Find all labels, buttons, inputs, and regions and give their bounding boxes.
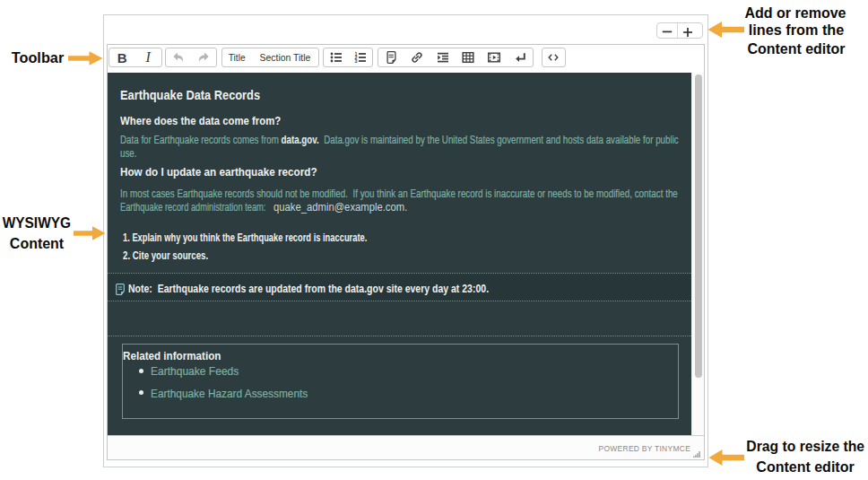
svg-text:3: 3 [354, 58, 357, 64]
